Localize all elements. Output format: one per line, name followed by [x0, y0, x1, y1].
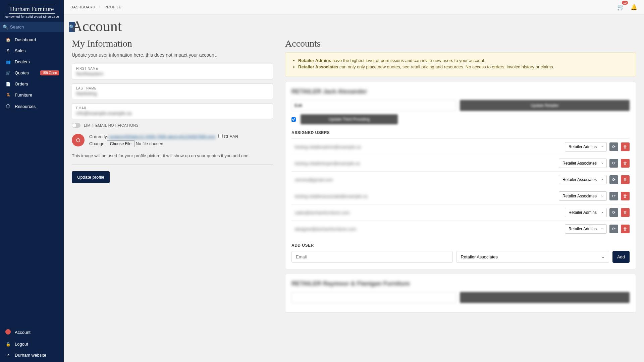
- choose-file-button[interactable]: Choose File: [107, 140, 135, 147]
- accounts-heading: Accounts: [285, 38, 636, 49]
- refresh-user-button[interactable]: ⟳: [609, 192, 618, 200]
- clear-avatar-checkbox[interactable]: [218, 134, 223, 138]
- chevron-right-icon: ›: [99, 5, 101, 9]
- refresh-icon: ⟳: [612, 144, 615, 149]
- no-file-text: No file chosen: [136, 141, 163, 146]
- user-row: designer@durhamfurniture.comRetailer Adm…: [291, 221, 630, 237]
- user-row: service@gmail.comRetailer Associates⟳🗑: [291, 171, 630, 188]
- search-icon: 🔍: [3, 24, 8, 30]
- update-third-button[interactable]: Update Third Providing: [301, 114, 398, 124]
- sidebar-item-quotes[interactable]: 🛒Quotes159 Open: [0, 67, 64, 78]
- user-role-select[interactable]: Retailer Admins: [565, 142, 607, 152]
- user-email: service@gmail.com: [291, 177, 556, 182]
- user-row: testing.retaileradmin@example.caRetailer…: [291, 138, 630, 155]
- delete-user-button[interactable]: 🗑: [621, 225, 630, 233]
- update-retailer-button[interactable]: [460, 292, 630, 303]
- account-checkbox[interactable]: [291, 117, 296, 122]
- sidebar-item-resources[interactable]: ⓘResources: [0, 101, 64, 112]
- delete-user-button[interactable]: 🗑: [621, 142, 630, 151]
- users-icon: 👥: [5, 60, 11, 64]
- file-icon: 📄: [5, 82, 11, 86]
- sidebar-item-logout[interactable]: 🔒Logout: [0, 339, 64, 350]
- cart-button[interactable]: 🛒 10: [617, 3, 625, 11]
- refresh-icon: ⟳: [612, 161, 615, 166]
- last-name-field[interactable]: LAST NAME Marketing: [72, 83, 273, 99]
- user-role-select[interactable]: Retailer Associates: [559, 159, 607, 168]
- add-user-role-select[interactable]: Retailer Associates: [456, 251, 609, 263]
- refresh-user-button[interactable]: ⟳: [609, 142, 618, 151]
- refresh-user-button[interactable]: ⟳: [609, 208, 618, 217]
- first-name-field[interactable]: FIRST NAME Northeastern: [72, 64, 273, 79]
- lock-icon: 🔒: [5, 342, 11, 347]
- refresh-icon: ⟳: [612, 177, 615, 182]
- home-icon: 🏠: [5, 38, 11, 42]
- delete-user-button[interactable]: 🗑: [621, 159, 630, 168]
- update-retailer-button[interactable]: Update Retailer: [460, 100, 630, 111]
- refresh-user-button[interactable]: ⟳: [609, 159, 618, 168]
- account-card: RETAILER Raymour & Flanigan Furniture: [285, 274, 636, 313]
- account-edit-input[interactable]: [291, 100, 457, 111]
- brand-logo: Durham Furniture Renowned for Solid Wood…: [0, 0, 64, 22]
- bell-icon: 🔔: [631, 4, 637, 10]
- my-info-subtext: Update your user information here, this …: [72, 52, 273, 58]
- account-card-title: RETAILER Raymour & Flanigan Furniture: [291, 280, 630, 287]
- page-title: Account: [72, 18, 636, 35]
- search-input[interactable]: [0, 22, 69, 32]
- info-icon: ⓘ: [5, 104, 11, 109]
- sidebar-item-orders[interactable]: 📄Orders: [0, 78, 64, 89]
- chair-icon: 🪑: [5, 93, 11, 98]
- refresh-user-button[interactable]: ⟳: [609, 225, 618, 233]
- sidebar-item-dashboard[interactable]: 🏠Dashboard: [0, 34, 64, 45]
- user-role-select[interactable]: Retailer Admins: [565, 208, 607, 217]
- sidebar: Durham Furniture Renowned for Solid Wood…: [0, 0, 64, 362]
- breadcrumb: DASHBOARD › PROFILE: [70, 5, 121, 9]
- update-profile-button[interactable]: Update profile: [72, 171, 110, 183]
- trash-icon: 🗑: [623, 227, 627, 231]
- avatar-icon: [5, 329, 11, 336]
- user-row: sales@durhamfurniture.comRetailer Admins…: [291, 204, 630, 221]
- delete-user-button[interactable]: 🗑: [621, 192, 630, 200]
- dollar-icon: $: [5, 49, 11, 53]
- topbar: DASHBOARD › PROFILE 🛒 10 🔔: [64, 0, 644, 14]
- refresh-user-button[interactable]: ⟳: [609, 175, 618, 184]
- add-user-email-input[interactable]: [291, 251, 453, 263]
- trash-icon: 🗑: [623, 144, 627, 149]
- refresh-icon: ⟳: [612, 210, 615, 215]
- user-email: testing.retaileradmin@example.ca: [291, 144, 562, 149]
- account-card-title: RETAILER Jack Alexander: [291, 88, 630, 95]
- brand-tagline: Renowned for Solid Wood Since 1899: [4, 15, 60, 18]
- limit-email-label: LIMIT EMAIL NOTIFICATIONS: [84, 123, 139, 127]
- account-edit-input[interactable]: [291, 292, 457, 303]
- trash-icon: 🗑: [623, 161, 627, 166]
- sidebar-item-account[interactable]: Account: [0, 326, 64, 339]
- user-role-select[interactable]: Retailer Associates: [559, 191, 607, 201]
- refresh-icon: ⟳: [612, 227, 615, 231]
- user-row: testing.retailerassociate@example.caReta…: [291, 188, 630, 204]
- limit-email-toggle[interactable]: [72, 123, 80, 128]
- account-card: RETAILER Jack Alexander Update Retailer …: [285, 82, 636, 269]
- sidebar-item-website[interactable]: ↗Durham website: [0, 350, 64, 361]
- add-user-button[interactable]: Add: [612, 251, 630, 263]
- email-field[interactable]: EMAIL info@example.example.ca: [72, 103, 273, 119]
- trash-icon: 🗑: [623, 210, 627, 215]
- main: DASHBOARD › PROFILE 🛒 10 🔔 Account My In…: [64, 0, 644, 362]
- breadcrumb-dashboard[interactable]: DASHBOARD: [70, 5, 95, 9]
- notifications-button[interactable]: 🔔: [631, 4, 637, 10]
- avatar-help-text: This image will be used for your profile…: [72, 153, 273, 165]
- roles-notice: Retailer Admins have the highest level o…: [285, 52, 636, 76]
- sidebar-item-furniture[interactable]: 🪑Furniture: [0, 89, 64, 101]
- sidebar-item-dealers[interactable]: 👥Dealers: [0, 56, 64, 67]
- user-email: designer@durhamfurniture.com: [291, 227, 562, 232]
- delete-user-button[interactable]: 🗑: [621, 208, 630, 217]
- sidebar-search: 🔍 🔍: [0, 22, 64, 32]
- my-info-heading: My Information: [72, 38, 273, 49]
- breadcrumb-profile: PROFILE: [104, 5, 121, 9]
- quotes-badge: 159 Open: [40, 70, 59, 75]
- user-role-select[interactable]: Retailer Admins: [565, 224, 607, 234]
- user-email: testing.retailerassociate@example.ca: [291, 194, 556, 199]
- delete-user-button[interactable]: 🗑: [621, 175, 630, 184]
- cart-count-badge: 10: [622, 1, 628, 5]
- user-role-select[interactable]: Retailer Associates: [559, 175, 607, 184]
- sidebar-item-sales[interactable]: $Sales: [0, 45, 64, 56]
- current-avatar-link[interactable]: avatars/000abc12-3456-7890-abcd-ef123456…: [109, 134, 215, 139]
